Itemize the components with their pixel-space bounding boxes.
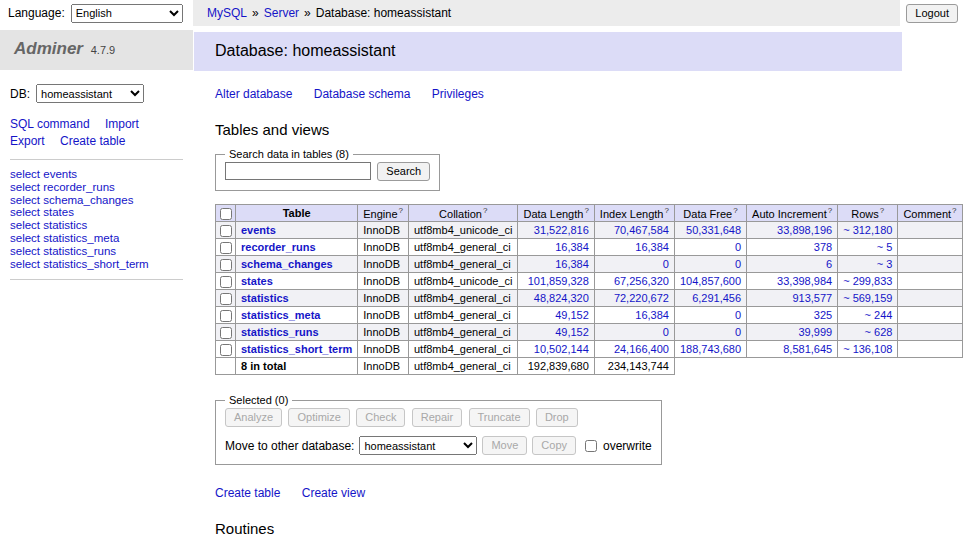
index-length-link[interactable]: 70,467,584 (614, 224, 669, 236)
sidebar-item-states[interactable]: select states (10, 206, 74, 218)
sidebar-item-schema-changes[interactable]: select schema_changes (10, 194, 133, 206)
breadcrumb-server-link[interactable]: Server (264, 6, 299, 20)
create-view-link[interactable]: Create view (302, 486, 365, 500)
row-checkbox[interactable] (220, 259, 232, 271)
data-free-link[interactable]: 0 (735, 258, 741, 270)
auto-increment-link[interactable]: 8,581,645 (783, 343, 832, 355)
help-icon[interactable]: ? (483, 206, 487, 215)
optimize-button[interactable]: Optimize (288, 408, 349, 427)
rows-count-link[interactable]: ~ 312,180 (843, 224, 892, 236)
auto-increment-link[interactable]: 6 (826, 258, 832, 270)
data-length-link[interactable]: 101,859,328 (528, 275, 589, 287)
data-free-link[interactable]: 50,331,648 (686, 224, 741, 236)
move-database-select[interactable]: homeassistant (359, 436, 477, 455)
row-checkbox[interactable] (220, 293, 232, 305)
analyze-button[interactable]: Analyze (225, 408, 282, 427)
help-icon[interactable]: ? (733, 206, 737, 215)
check-button[interactable]: Check (356, 408, 405, 427)
table-link-schema-changes[interactable]: schema_changes (241, 258, 333, 270)
privileges-link[interactable]: Privileges (432, 87, 484, 101)
table-link-statistics-short-term[interactable]: statistics_short_term (241, 343, 352, 355)
alter-database-link[interactable]: Alter database (215, 87, 292, 101)
data-length-link[interactable]: 16,384 (555, 241, 589, 253)
auto-increment-link[interactable]: 33,898,196 (777, 224, 832, 236)
drop-button[interactable]: Drop (536, 408, 578, 427)
row-checkbox[interactable] (220, 225, 232, 237)
help-icon[interactable]: ? (952, 206, 956, 215)
sidebar-item-statistics-runs[interactable]: select statistics_runs (10, 245, 116, 257)
help-icon[interactable]: ? (880, 206, 884, 215)
db-select[interactable]: homeassistant (36, 84, 144, 103)
sidebar-item-statistics-meta[interactable]: select statistics_meta (10, 232, 119, 244)
sidebar-item-events[interactable]: select events (10, 168, 77, 180)
rows-count-link[interactable]: ~ 136,108 (843, 343, 892, 355)
move-button[interactable]: Move (482, 436, 527, 455)
rows-count-link[interactable]: ~ 299,833 (843, 275, 892, 287)
auto-increment-link[interactable]: 913,577 (792, 292, 832, 304)
table-link-statistics-meta[interactable]: statistics_meta (241, 309, 321, 321)
index-length-link[interactable]: 16,384 (635, 309, 669, 321)
row-checkbox[interactable] (220, 242, 232, 254)
help-icon[interactable]: ? (828, 206, 832, 215)
row-checkbox[interactable] (220, 276, 232, 288)
data-length-link[interactable]: 48,824,320 (534, 292, 589, 304)
language-select[interactable]: English (71, 4, 183, 23)
index-length-link[interactable]: 0 (663, 258, 669, 270)
table-link-recorder-runs[interactable]: recorder_runs (241, 241, 316, 253)
repair-button[interactable]: Repair (412, 408, 462, 427)
row-checkbox[interactable] (220, 310, 232, 322)
data-length-link[interactable]: 16,384 (555, 258, 589, 270)
data-free-link[interactable]: 0 (735, 241, 741, 253)
data-free-link[interactable]: 6,291,456 (692, 292, 741, 304)
sidebar-item-recorder-runs[interactable]: select recorder_runs (10, 181, 115, 193)
sidebar-item-statistics[interactable]: select statistics (10, 219, 87, 231)
auto-increment-link[interactable]: 39,999 (799, 326, 833, 338)
select-all-checkbox[interactable] (220, 208, 232, 220)
help-icon[interactable]: ? (399, 206, 403, 215)
search-input[interactable] (225, 162, 371, 180)
index-length-link[interactable]: 0 (663, 326, 669, 338)
data-length-link[interactable]: 10,502,144 (534, 343, 589, 355)
table-link-states[interactable]: states (241, 275, 273, 287)
rows-count-link[interactable]: ~ 5 (877, 241, 893, 253)
sidebar-item-statistics-short-term[interactable]: select statistics_short_term (10, 258, 149, 270)
rows-count-link[interactable]: ~ 628 (865, 326, 893, 338)
index-length-link[interactable]: 72,220,672 (614, 292, 669, 304)
auto-increment-link[interactable]: 33,398,984 (777, 275, 832, 287)
data-length-link[interactable]: 31,522,816 (534, 224, 589, 236)
adminer-home-link[interactable]: Adminer (14, 39, 83, 58)
logout-button[interactable]: Logout (906, 4, 958, 23)
help-icon[interactable]: ? (664, 206, 668, 215)
data-free-link[interactable]: 0 (735, 309, 741, 321)
truncate-button[interactable]: Truncate (469, 408, 530, 427)
rows-count-link[interactable]: ~ 3 (877, 258, 893, 270)
table-link-statistics-runs[interactable]: statistics_runs (241, 326, 319, 338)
auto-increment-link[interactable]: 378 (814, 241, 832, 253)
rows-count-link[interactable]: ~ 244 (865, 309, 893, 321)
overwrite-checkbox[interactable] (585, 440, 597, 452)
index-length-link[interactable]: 67,256,320 (614, 275, 669, 287)
database-schema-link[interactable]: Database schema (314, 87, 411, 101)
row-checkbox[interactable] (220, 344, 232, 356)
rows-count-link[interactable]: ~ 569,159 (843, 292, 892, 304)
data-free-link[interactable]: 0 (735, 326, 741, 338)
index-length-link[interactable]: 16,384 (635, 241, 669, 253)
data-free-link[interactable]: 188,743,680 (680, 343, 741, 355)
copy-button[interactable]: Copy (532, 436, 576, 455)
table-link-statistics[interactable]: statistics (241, 292, 289, 304)
data-free-link[interactable]: 104,857,600 (680, 275, 741, 287)
sidebar-export-link[interactable]: Export (10, 134, 45, 148)
create-table-link[interactable]: Create table (215, 486, 280, 500)
sidebar-create-table-link[interactable]: Create table (60, 134, 125, 148)
auto-increment-link[interactable]: 325 (814, 309, 832, 321)
row-checkbox[interactable] (220, 327, 232, 339)
sidebar-import-link[interactable]: Import (105, 117, 139, 131)
sidebar-sql-command-link[interactable]: SQL command (10, 117, 90, 131)
data-length-link[interactable]: 49,152 (555, 326, 589, 338)
table-link-events[interactable]: events (241, 224, 276, 236)
search-button[interactable]: Search (377, 162, 430, 181)
breadcrumb-mysql-link[interactable]: MySQL (207, 6, 247, 20)
help-icon[interactable]: ? (584, 206, 588, 215)
index-length-link[interactable]: 24,166,400 (614, 343, 669, 355)
data-length-link[interactable]: 49,152 (555, 309, 589, 321)
